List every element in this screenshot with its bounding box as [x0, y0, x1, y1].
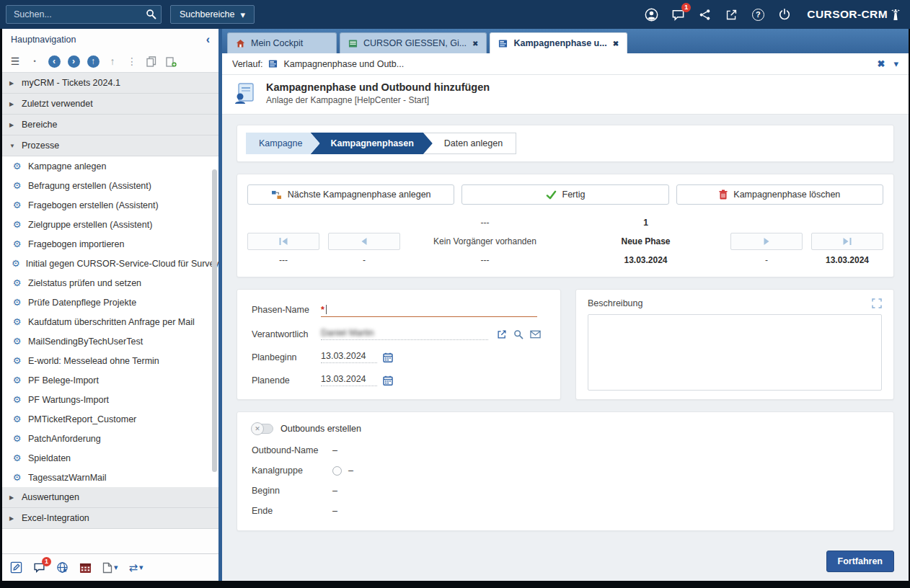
prev-phase-button[interactable]: [328, 233, 400, 250]
wizard-step-kampagnenphasen[interactable]: Kampagnenphasen: [310, 133, 432, 154]
field-planbeginn: Planbeginn 13.03.2024: [252, 351, 546, 363]
gear-icon: ⚙: [12, 180, 22, 191]
field-label: Phasen-Name: [252, 305, 321, 315]
sidebar-section-excel[interactable]: ▶ Excel-Integration: [2, 508, 218, 529]
sidebar-section-mycrm[interactable]: ▶ myCRM - Tickets 2024.1: [2, 73, 218, 94]
wizard-step-kampagne[interactable]: Kampagne: [246, 133, 319, 154]
sidebar-section-zuletzt[interactable]: ▶ Zuletzt verwendet: [2, 94, 218, 115]
open-external-icon[interactable]: [724, 7, 738, 22]
nav-forward-icon[interactable]: ›: [67, 55, 80, 68]
outbound-toggle-row: ✕ Outbounds erstellen: [252, 424, 879, 434]
phasen-name-input[interactable]: *: [321, 303, 537, 317]
process-item[interactable]: ⚙PF Wartungs-Import: [2, 390, 218, 409]
section-label: Excel-Integration: [22, 513, 89, 523]
process-item[interactable]: ⚙Zielgruppe erstellen (Assistent): [2, 215, 218, 234]
continue-button[interactable]: Fortfahren: [826, 551, 895, 572]
process-item[interactable]: ⚙TagessatzWarnMail: [2, 468, 218, 487]
process-item[interactable]: ⚙PF Belege-Import: [2, 370, 218, 390]
more-dots-icon[interactable]: ⋮: [125, 55, 138, 68]
process-item[interactable]: ⚙PatchAnforderung: [2, 429, 218, 448]
help-icon[interactable]: ?: [751, 7, 765, 22]
chevron-down-icon[interactable]: ▾: [139, 563, 143, 572]
process-item[interactable]: ⚙Kaufdatum überschritten Anfrage per Mai…: [2, 312, 218, 331]
process-item[interactable]: ⚙Spieldaten: [2, 448, 218, 468]
current-phase-date: 13.03.2024: [570, 255, 722, 265]
calendar-icon[interactable]: [383, 352, 393, 362]
sidebar-section-prozesse[interactable]: ▼ Prozesse: [2, 135, 218, 156]
chevron-down-icon[interactable]: ▾: [893, 58, 898, 69]
tab-cursor-giessen[interactable]: CURSOR GIESSEN, Gi... ✖: [340, 32, 487, 53]
ende-value: –: [332, 506, 337, 516]
phase-navigator: --- 1 Kein Vorgänger vorhanden Neue Phas…: [247, 218, 883, 265]
button-label: Fertig: [562, 190, 586, 200]
tab-close-icon[interactable]: ✖: [472, 40, 478, 48]
wizard-page-icon: [234, 83, 257, 104]
tab-label: CURSOR GIESSEN, Gi...: [363, 38, 467, 48]
finish-button[interactable]: Fertig: [461, 184, 668, 205]
tab-label: Mein Cockpit: [251, 38, 303, 48]
search-icon[interactable]: [146, 9, 156, 19]
sidebar-collapse-icon[interactable]: ‹: [206, 33, 210, 46]
nav-back-icon[interactable]: ‹: [48, 55, 61, 68]
sidebar-section-bereiche[interactable]: ▶ Bereiche: [2, 115, 218, 135]
last-phase-button[interactable]: [811, 233, 883, 250]
radio-icon[interactable]: [332, 466, 342, 476]
process-item[interactable]: ⚙Befragung erstellen (Assistent): [2, 176, 218, 195]
sidebar-section-auswertungen[interactable]: ▶ Auswertungen: [2, 487, 218, 508]
search-scopes-button[interactable]: Suchbereiche ▾: [170, 5, 255, 24]
process-item-label: Kampagne anlegen: [28, 161, 106, 172]
document-settings-icon[interactable]: ▾: [102, 562, 118, 574]
share-icon[interactable]: [697, 7, 712, 22]
history-current-item[interactable]: Kampagnenphase und Outb...: [283, 59, 404, 69]
process-item[interactable]: ⚙Initial gegen CURSOR-Service-Cloud für …: [2, 254, 218, 273]
next-phase-button[interactable]: [730, 233, 803, 250]
sync-icon[interactable]: ⇄ ▾: [129, 561, 143, 574]
messages-icon[interactable]: 1: [33, 561, 45, 574]
beschreibung-textarea[interactable]: [588, 314, 882, 391]
tab-mein-cockpit[interactable]: Mein Cockpit: [227, 32, 337, 53]
open-record-icon[interactable]: [497, 329, 507, 339]
upload-icon[interactable]: ↑: [106, 55, 119, 68]
wizard-step-daten-anlegen[interactable]: Daten anlegen: [423, 133, 516, 154]
user-icon[interactable]: [644, 7, 658, 22]
planbeginn-input[interactable]: 13.03.2024: [321, 351, 377, 363]
process-item[interactable]: ⚙Prüfe Datenpflege Projekte: [2, 293, 218, 312]
field-phasen-name: Phasen-Name *: [252, 303, 546, 317]
first-phase-button[interactable]: [247, 233, 319, 250]
new-page-icon[interactable]: [164, 55, 177, 68]
lookup-icon[interactable]: [513, 329, 524, 339]
tri-collapsed-icon: ▶: [9, 515, 17, 522]
process-item[interactable]: ⚙Zielstatus prüfen und setzen: [2, 273, 218, 293]
chevron-down-icon[interactable]: ▾: [114, 563, 118, 572]
phase-form-panel: Phasen-Name * Verantwortlich Daniel Mart…: [237, 289, 561, 400]
process-item[interactable]: ⚙Kampagne anlegen: [2, 156, 218, 176]
sidebar-scrollbar[interactable]: [212, 169, 217, 472]
delete-phase-button[interactable]: Kampagnenphase löschen: [676, 184, 883, 205]
edit-note-icon[interactable]: [10, 561, 22, 574]
process-item[interactable]: ⚙E-world: Messelead ohne Termin: [2, 351, 218, 370]
expand-icon[interactable]: [872, 298, 882, 308]
verantwortlich-input[interactable]: Daniel Martin: [321, 328, 488, 340]
tab-kampagnenphase[interactable]: Kampagnenphase u... ✖: [490, 32, 627, 53]
process-item[interactable]: ⚙Fragebogen erstellen (Assistent): [2, 195, 218, 215]
process-item-label: Kaufdatum überschritten Anfrage per Mail: [28, 317, 195, 327]
mail-icon[interactable]: [530, 330, 541, 339]
process-item[interactable]: ⚙Fragebogen importieren: [2, 234, 218, 254]
logout-icon[interactable]: [777, 7, 792, 22]
create-next-phase-button[interactable]: Nächste Kampagnenphase anlegen: [247, 184, 454, 205]
outbounds-toggle[interactable]: ✕: [252, 424, 273, 434]
process-item-label: PF Wartungs-Import: [28, 395, 109, 405]
close-icon[interactable]: ✖: [878, 58, 885, 69]
tab-close-icon[interactable]: ✖: [613, 40, 619, 48]
nav-up-icon[interactable]: ↑: [87, 55, 100, 68]
planende-input[interactable]: 13.03.2024: [321, 374, 377, 386]
process-item[interactable]: ⚙PMTicketReport_Customer: [2, 409, 218, 429]
copy-page-icon[interactable]: [145, 55, 158, 68]
calendar-icon[interactable]: [383, 375, 393, 386]
globe-star-icon[interactable]: [56, 561, 69, 574]
process-item[interactable]: ⚙MailSendingByTechUserTest: [2, 331, 218, 351]
calendar-grid-icon[interactable]: [79, 562, 92, 574]
search-input[interactable]: [6, 5, 162, 24]
menu-icon[interactable]: ☰: [9, 55, 22, 68]
notifications-icon[interactable]: 1: [671, 7, 685, 22]
